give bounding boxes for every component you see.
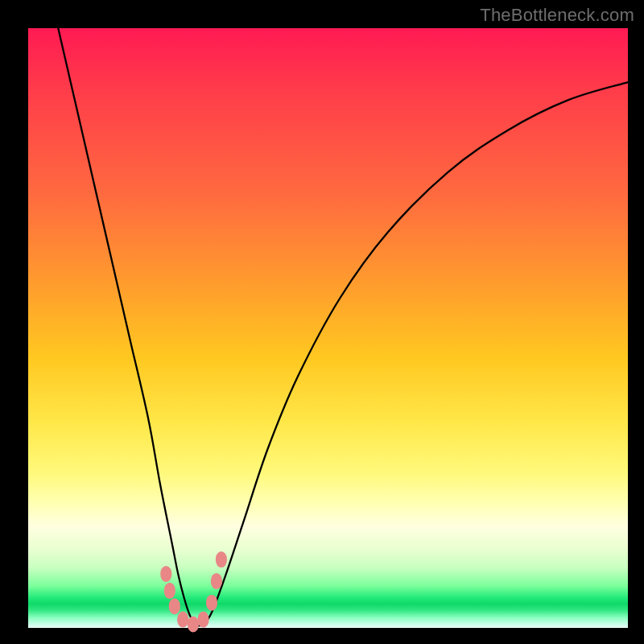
- bottleneck-curve: [58, 28, 628, 626]
- curve-marker: [169, 598, 180, 614]
- chart-frame: TheBottleneck.com: [0, 0, 644, 644]
- curve-marker: [188, 617, 199, 633]
- curve-marker: [160, 566, 171, 582]
- chart-plot-area: [28, 28, 628, 628]
- curve-marker: [164, 583, 175, 599]
- curve-marker: [211, 573, 222, 589]
- curve-marker: [216, 551, 227, 568]
- curve-marker: [198, 612, 209, 628]
- watermark-text: TheBottleneck.com: [480, 5, 634, 26]
- chart-svg: [28, 28, 628, 628]
- curve-marker: [177, 612, 188, 628]
- curve-markers: [160, 551, 227, 632]
- curve-marker: [206, 595, 217, 611]
